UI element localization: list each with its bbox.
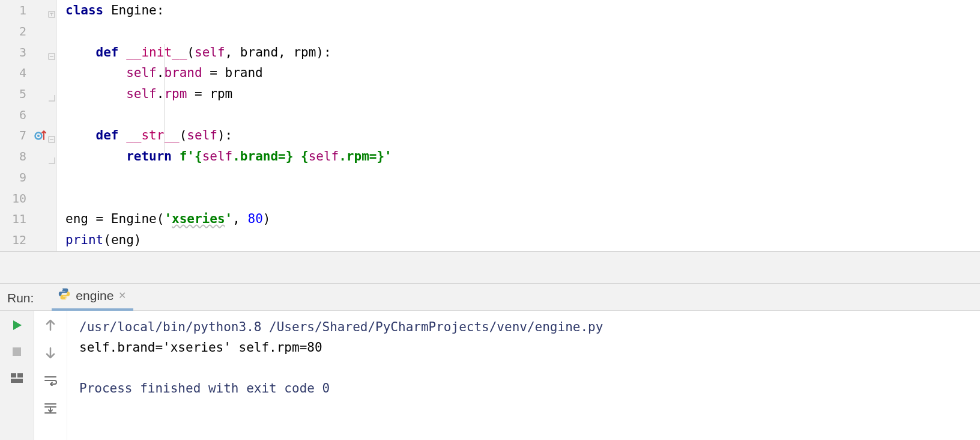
run-panel-header: Run: engine ✕ <box>0 284 980 311</box>
svg-point-2 <box>62 289 64 290</box>
code-line-10[interactable] <box>65 188 980 209</box>
run-panel-title: Run: <box>7 291 52 310</box>
svg-rect-5 <box>11 373 16 377</box>
method-init: __init__ <box>126 45 187 60</box>
builtin-print: print <box>65 233 103 247</box>
svg-rect-6 <box>17 373 23 377</box>
keyword-class: class <box>65 3 103 17</box>
run-button[interactable] <box>8 317 25 334</box>
code-line-11[interactable]: eng = Engine('xseries', 80) <box>65 209 980 230</box>
code-line-2[interactable] <box>65 21 980 42</box>
gutter-line-12: 12 <box>0 230 56 251</box>
panel-splitter[interactable] <box>0 251 980 284</box>
gutter-line-6: 6 <box>0 104 56 125</box>
console-exit-message: Process finished with exit code 0 <box>79 378 968 399</box>
run-sidebar <box>0 311 34 440</box>
gutter-line-4: 4 <box>0 63 56 84</box>
gutter-line-5: 5 <box>0 84 56 105</box>
scroll-to-end-button[interactable] <box>42 400 59 417</box>
run-tab-engine[interactable]: engine ✕ <box>52 284 133 311</box>
run-navbar <box>34 311 67 440</box>
gutter: 1 2 3 4 5 6 7 8 <box>0 0 57 251</box>
fold-end-icon[interactable] <box>48 153 55 160</box>
gutter-line-8: 8 <box>0 146 56 167</box>
gutter-line-1: 1 <box>0 0 56 21</box>
gutter-line-2: 2 <box>0 21 56 42</box>
gutter-line-11: 11 <box>0 209 56 230</box>
line-number: 9 <box>19 170 26 185</box>
line-number: 6 <box>19 108 26 122</box>
fold-icon[interactable] <box>48 132 55 139</box>
string-typo: xseries <box>172 212 225 226</box>
code-line-1[interactable]: class Engine: <box>65 0 980 21</box>
class-name: Engine <box>111 3 157 17</box>
code-line-4[interactable]: self.brand = brand <box>65 63 980 84</box>
editor-content[interactable]: class Engine: def __init__(self, brand, … <box>57 0 980 251</box>
keyword-return: return <box>126 149 172 163</box>
scroll-down-button[interactable] <box>42 344 59 361</box>
python-file-icon <box>58 287 71 304</box>
stop-button[interactable] <box>8 343 25 360</box>
fold-icon[interactable] <box>48 7 55 14</box>
gutter-line-10: 10 <box>0 188 56 209</box>
code-line-8[interactable]: return f'{self.brand=} {self.rpm=}' <box>65 146 980 167</box>
svg-rect-7 <box>11 379 23 383</box>
code-editor[interactable]: 1 2 3 4 5 6 7 8 <box>0 0 980 251</box>
fold-icon[interactable] <box>48 49 55 56</box>
gutter-line-3: 3 <box>0 41 56 63</box>
code-line-12[interactable]: print(eng) <box>65 230 980 251</box>
soft-wrap-button[interactable] <box>42 372 59 389</box>
line-number: 8 <box>19 149 26 163</box>
indent-guide <box>164 44 165 160</box>
code-line-9[interactable] <box>65 167 980 188</box>
console-stdout: self.brand='xseries' self.rpm=80 <box>79 337 968 358</box>
line-number: 3 <box>19 45 26 60</box>
code-line-5[interactable]: self.rpm = rpm <box>65 84 980 105</box>
method-str: __str__ <box>126 128 180 142</box>
gutter-line-9: 9 <box>0 167 56 188</box>
svg-point-1 <box>37 135 40 137</box>
line-number: 12 <box>12 233 26 247</box>
keyword-def: def <box>96 45 119 60</box>
fold-end-icon[interactable] <box>48 90 55 97</box>
line-number: 4 <box>19 66 26 80</box>
code-line-6[interactable] <box>65 104 980 125</box>
console-blank <box>79 358 968 378</box>
console-output[interactable]: /usr/local/bin/python3.8 /Users/Shared/P… <box>67 311 980 440</box>
layout-button[interactable] <box>8 370 25 387</box>
keyword-def: def <box>96 128 119 142</box>
svg-rect-4 <box>13 347 21 356</box>
line-number: 1 <box>19 3 26 17</box>
run-panel-body: /usr/local/bin/python3.8 /Users/Shared/P… <box>0 311 980 440</box>
number-literal: 80 <box>248 212 263 226</box>
code-line-3[interactable]: def __init__(self, brand, rpm): <box>65 41 980 63</box>
line-number: 11 <box>12 212 26 226</box>
scroll-up-button[interactable] <box>42 317 59 334</box>
gutter-line-7: 7 <box>0 125 56 146</box>
line-number: 2 <box>19 24 26 38</box>
run-tab-label: engine <box>76 289 113 303</box>
line-number: 5 <box>19 87 26 101</box>
close-icon[interactable]: ✕ <box>118 290 126 301</box>
console-command: /usr/local/bin/python3.8 /Users/Shared/P… <box>79 317 968 337</box>
code-line-7[interactable]: def __str__(self): <box>65 125 980 146</box>
line-number: 7 <box>19 128 26 142</box>
override-marker-icon[interactable] <box>34 129 47 142</box>
line-number: 10 <box>12 191 26 206</box>
svg-point-3 <box>65 298 67 299</box>
